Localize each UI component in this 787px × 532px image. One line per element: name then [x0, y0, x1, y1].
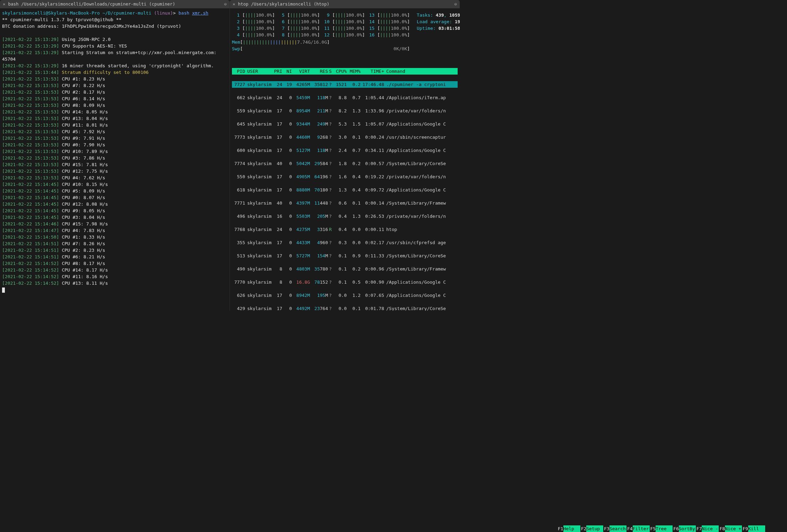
cpu-meter: 3 [||||100.0%]	[232, 25, 275, 32]
terminal-left[interactable]: skylarsimoncelli@Skylars-MacBook-Pro ~/D…	[0, 8, 230, 311]
terminal-right[interactable]: 1 [||||100.0%] 5 [||||100.0%] 9 [||||100…	[230, 8, 460, 311]
cpu-meter: 5 [||||100.0%]	[277, 12, 320, 18]
tasks-summary: Tasks: 439, 1059 thr; 16 runningLoad ave…	[417, 12, 460, 52]
process-row[interactable]: 429skylarsim1704492M23764?0.00.10:01.78/…	[232, 305, 458, 311]
process-row[interactable]: 513skylarsim1705727M154M?0.10.90:11.33/S…	[232, 252, 458, 259]
left-tab-title: bash /Users/skylarsimoncelli/Downloads/c…	[8, 0, 222, 8]
cpu-meter: 2 [||||100.0%]	[232, 18, 275, 25]
right-tab[interactable]: ✕ htop /Users/skylarsimoncelli (htop) ⊖	[230, 0, 460, 8]
process-row[interactable]: 626skylarsim1708942M195M?0.01.20:07.65/A…	[232, 292, 458, 299]
cpu-meter: 4 [||||100.0%]	[232, 32, 275, 38]
cpu-meter: 10 [||||100.0%]	[322, 18, 365, 25]
cpu-meter: 6 [||||100.0%]	[277, 18, 320, 25]
left-pane: ✕ bash /Users/skylarsimoncelli/Downloads…	[0, 0, 230, 311]
close-icon[interactable]: ✕	[233, 0, 235, 8]
right-tab-title: htop /Users/skylarsimoncelli (htop)	[238, 0, 452, 8]
mem-meter: Mem[||||||||||||||||||||7.74G/16.0G]	[232, 39, 410, 45]
process-row[interactable]: 7768skylarsim2404275M3316R0.40.00:00.11h…	[232, 226, 458, 233]
process-row[interactable]: 559skylarsim1708954M211M?8.21.31:33.96/p…	[232, 108, 458, 114]
left-tab[interactable]: ✕ bash /Users/skylarsimoncelli/Downloads…	[0, 0, 230, 8]
cursor	[2, 288, 5, 293]
cpu-meter: 14 [||||100.0%]	[367, 18, 410, 25]
process-row[interactable]: 490skylarsim804803M35780?0.10.20:00.96/S…	[232, 266, 458, 272]
right-pane: ✕ htop /Users/skylarsimoncelli (htop) ⊖ …	[230, 0, 460, 311]
process-row[interactable]: 7771skylarsim4004397M11448?0.60.10:00.14…	[232, 200, 458, 206]
cpu-meter: 1 [||||100.0%]	[232, 12, 275, 18]
process-row[interactable]: 645skylarsim1709344M249M?5.31.51:05.07/A…	[232, 121, 458, 127]
cpu-meter: 9 [||||100.0%]	[322, 12, 365, 18]
cpu-meter: 13 [||||100.0%]	[367, 12, 410, 18]
close-icon[interactable]: ✕	[3, 0, 6, 8]
process-row[interactable]: 7770skylarsim8016.8G78152?0.10.50:00.90/…	[232, 279, 458, 285]
cpu-meter: 16 [||||100.0%]	[367, 32, 410, 38]
process-row[interactable]: 355skylarsim1704433M4960?0.30.00:02.17/u…	[232, 239, 458, 246]
process-row[interactable]: 618skylarsim1708880M70180?1.30.40:09.72/…	[232, 187, 458, 193]
process-row[interactable]: 662skylarsim2405459M118M?8.80.71:05.44/A…	[232, 94, 458, 101]
cpu-meter: 12 [||||100.0%]	[322, 32, 365, 38]
process-row[interactable]: 550skylarsim1704905M64196?1.60.40:19.22/…	[232, 173, 458, 180]
process-row[interactable]: 7773skylarsim1704460M9268?3.00.10:00.24/…	[232, 134, 458, 140]
cpu-meter: 11 [||||100.0%]	[322, 25, 365, 32]
swap-meter: Swp[0K/0K]	[232, 45, 410, 52]
cpu-meter: 15 [||||100.0%]	[367, 25, 410, 32]
process-row[interactable]: 496skylarsim1605503M205M?0.41.30:26.53/p…	[232, 213, 458, 220]
cpu-meter: 7 [||||100.0%]	[277, 25, 320, 32]
cpu-meter: 8 [||||100.0%]	[277, 32, 320, 38]
process-row[interactable]: 600skylarsim1705127M118M?2.40.70:34.11/A…	[232, 147, 458, 154]
process-row[interactable]: 7774skylarsim4005042M29584?1.80.20:00.57…	[232, 160, 458, 167]
menu-icon[interactable]: ⊖	[224, 0, 227, 8]
process-header[interactable]: PIDUSERPRINIVIRTRESSCPU%MEM%TIME+Command	[232, 68, 458, 75]
process-row[interactable]: 7727skylarsim24194265M35812?15210.217:46…	[232, 81, 458, 88]
menu-icon[interactable]: ⊖	[454, 0, 457, 8]
